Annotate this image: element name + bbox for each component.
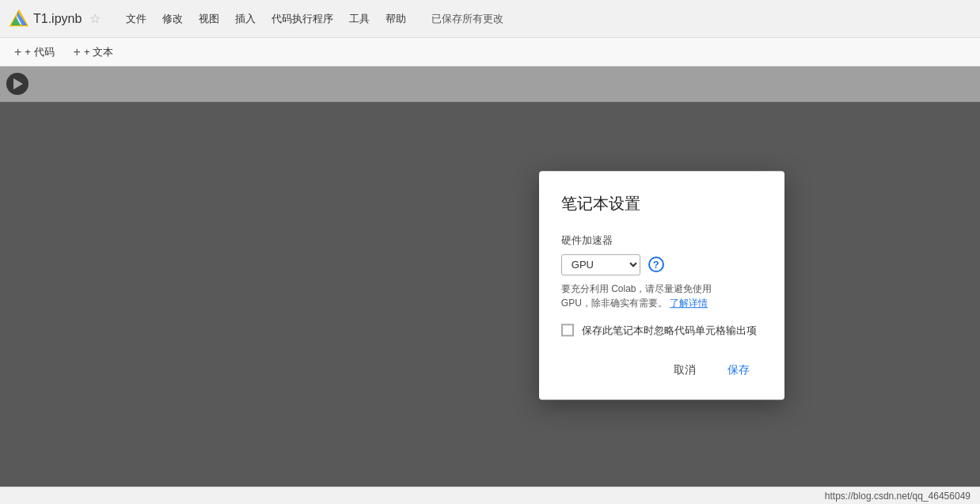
menu-edit[interactable]: 修改 (156, 9, 189, 29)
help-icon[interactable]: ? (648, 256, 664, 272)
dialog-title: 笔记本设置 (561, 193, 762, 214)
menu-tools[interactable]: 工具 (343, 9, 376, 29)
menu-bar: 文件 修改 视图 插入 代码执行程序 工具 帮助 (120, 9, 412, 29)
accelerator-select[interactable]: 无 GPU TPU (561, 254, 640, 275)
notebook-settings-dialog: 笔记本设置 硬件加速器 无 GPU TPU ? 要充分利用 Colab，请尽量避… (539, 171, 784, 400)
add-text-button[interactable]: + + 文本 (69, 43, 119, 62)
learn-more-link[interactable]: 了解详情 (670, 297, 708, 309)
menu-insert[interactable]: 插入 (229, 9, 262, 29)
status-url: https://blog.csdn.net/qq_46456049 (825, 491, 971, 502)
saved-status: 已保存所有更改 (431, 12, 503, 26)
omit-output-checkbox[interactable] (561, 324, 574, 336)
checkbox-label: 保存此笔记本时忽略代码单元格输出项 (582, 323, 757, 339)
modal-overlay: 笔记本设置 硬件加速器 无 GPU TPU ? 要充分利用 Colab，请尽量避… (0, 66, 980, 504)
dialog-actions: 取消 保存 (561, 357, 762, 384)
main-content: 笔记本设置 硬件加速器 无 GPU TPU ? 要充分利用 Colab，请尽量避… (0, 66, 980, 504)
checkbox-row: 保存此笔记本时忽略代码单元格输出项 (561, 323, 762, 339)
add-code-button[interactable]: + + 代码 (9, 43, 59, 62)
top-bar: T1.ipynb ☆ 文件 修改 视图 插入 代码执行程序 工具 帮助 已保存所… (0, 0, 980, 38)
add-text-label: + 文本 (84, 45, 113, 59)
plus-icon-code: + (14, 45, 21, 59)
add-code-label: + 代码 (25, 45, 54, 59)
menu-view[interactable]: 视图 (192, 9, 226, 29)
note-line1: 要充分利用 Colab，请尽量避免使用 (561, 283, 712, 294)
save-button[interactable]: 保存 (715, 357, 762, 384)
menu-help[interactable]: 帮助 (379, 9, 412, 29)
accelerator-row: 无 GPU TPU ? (561, 254, 762, 275)
menu-runtime[interactable]: 代码执行程序 (265, 9, 340, 29)
dialog-note: 要充分利用 Colab，请尽量避免使用 GPU，除非确实有需要。 了解详情 (561, 282, 762, 310)
note-line2: GPU，除非确实有需要。 (561, 297, 667, 309)
plus-icon-text: + (74, 45, 81, 59)
drive-icon (9, 9, 28, 28)
file-title: T1.ipynb (33, 12, 82, 26)
star-icon[interactable]: ☆ (89, 11, 101, 26)
accelerator-label: 硬件加速器 (561, 233, 762, 248)
logo-area: T1.ipynb ☆ (9, 9, 101, 28)
status-bar: https://blog.csdn.net/qq_46456049 (0, 487, 980, 504)
menu-file[interactable]: 文件 (120, 9, 153, 29)
cancel-button[interactable]: 取消 (661, 357, 708, 384)
toolbar: + + 代码 + + 文本 (0, 38, 980, 66)
